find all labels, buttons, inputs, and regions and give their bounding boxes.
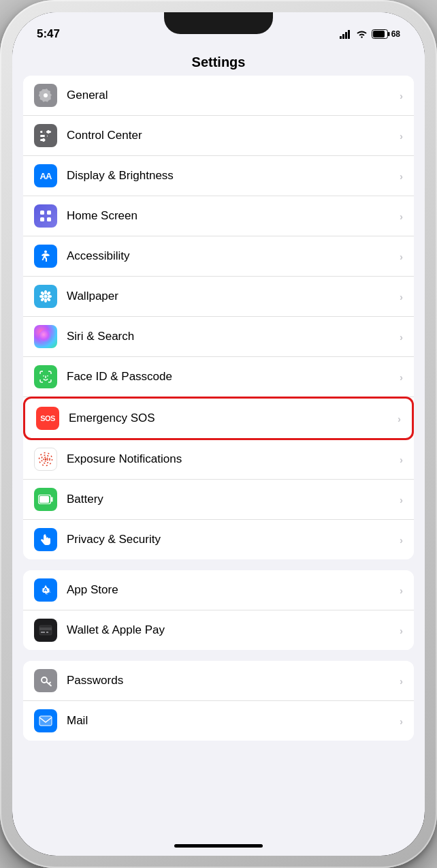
home-screen-icon [34, 204, 57, 228]
svg-rect-5 [388, 32, 390, 36]
gear-icon [39, 89, 52, 102]
svg-point-26 [46, 297, 51, 302]
svg-point-25 [40, 291, 45, 296]
svg-rect-18 [47, 217, 51, 221]
general-icon [34, 84, 57, 107]
app-store-label: App Store [67, 583, 400, 597]
settings-row-passwords[interactable]: Passwords › [23, 661, 414, 701]
key-icon [39, 674, 52, 687]
battery-status: 68 [372, 29, 400, 39]
section-apps: A App Store › [23, 570, 414, 650]
notch [164, 12, 273, 34]
settings-row-general[interactable]: General › [23, 76, 414, 116]
svg-rect-3 [348, 30, 350, 39]
settings-row-app-store[interactable]: A App Store › [23, 570, 414, 610]
svg-point-19 [44, 251, 47, 253]
exposure-notifications-icon [38, 452, 53, 467]
control-center-chevron: › [400, 130, 403, 142]
passwords-icon [34, 669, 57, 692]
settings-row-control-center[interactable]: Control Center › [23, 116, 414, 156]
settings-row-siri[interactable]: Siri & Search › [23, 317, 414, 357]
passwords-chevron: › [400, 675, 403, 687]
siri-icon [34, 325, 57, 348]
settings-row-wallpaper[interactable]: Wallpaper › [23, 277, 414, 317]
display-chevron: › [400, 170, 403, 182]
section-more-apps: Passwords › Mail › [23, 661, 414, 741]
accessibility-figure-icon [39, 249, 52, 263]
settings-row-wallet[interactable]: Wallet & Apple Pay › [23, 610, 414, 650]
svg-rect-41 [46, 632, 48, 633]
status-time: 5:47 [37, 27, 60, 41]
mail-label: Mail [67, 714, 400, 728]
wallpaper-label: Wallpaper [67, 290, 400, 303]
svg-point-13 [45, 135, 48, 138]
status-icons: 68 [340, 29, 400, 39]
svg-rect-39 [39, 627, 52, 630]
svg-point-21 [44, 290, 47, 294]
settings-row-accessibility[interactable]: Accessibility › [23, 236, 414, 277]
phone-frame: 5:47 [0, 0, 437, 868]
settings-list: General › [12, 76, 425, 839]
flower-icon [39, 290, 52, 303]
svg-point-27 [46, 291, 51, 296]
wallet-chevron: › [400, 625, 403, 636]
svg-point-28 [40, 297, 45, 302]
grid-icon [39, 209, 52, 223]
battery-chevron: › [400, 494, 403, 506]
svg-rect-35 [39, 496, 49, 503]
battery-settings-icon [38, 495, 53, 504]
svg-point-23 [39, 295, 44, 298]
privacy-icon [34, 528, 57, 551]
svg-rect-16 [47, 211, 51, 215]
settings-row-home-screen[interactable]: Home Screen › [23, 196, 414, 236]
face-scan-icon [39, 370, 52, 384]
accessibility-chevron: › [400, 251, 403, 262]
face-id-icon [34, 365, 57, 388]
page-title: Settings [26, 55, 411, 70]
svg-rect-2 [345, 32, 347, 39]
nav-bar: Settings [12, 46, 425, 76]
svg-text:A: A [44, 587, 48, 593]
svg-rect-1 [342, 34, 344, 39]
hand-icon [39, 533, 52, 546]
svg-rect-43 [39, 716, 52, 726]
app-store-icon: A [34, 578, 57, 602]
display-icon: AA [34, 164, 57, 187]
svg-rect-6 [373, 31, 385, 37]
battery-icon [34, 488, 57, 511]
signal-icon [340, 30, 352, 39]
settings-row-emergency-sos[interactable]: SOS Emergency SOS › [23, 397, 414, 440]
settings-row-display[interactable]: AA Display & Brightness › [23, 156, 414, 196]
display-label: Display & Brightness [67, 169, 400, 183]
settings-row-mail[interactable]: Mail › [23, 701, 414, 741]
siri-label: Siri & Search [67, 330, 400, 343]
exposure-icon [34, 448, 57, 471]
settings-row-face-id[interactable]: Face ID & Passcode › [23, 357, 414, 397]
screen: 5:47 [12, 12, 425, 856]
home-screen-label: Home Screen [67, 209, 400, 223]
wallpaper-chevron: › [400, 291, 403, 303]
passwords-label: Passwords [67, 674, 400, 687]
svg-rect-17 [40, 217, 44, 221]
settings-row-privacy[interactable]: Privacy & Security › [23, 520, 414, 559]
svg-point-32 [45, 459, 47, 461]
svg-point-24 [48, 295, 52, 298]
control-center-label: Control Center [67, 129, 400, 142]
face-id-chevron: › [400, 371, 403, 383]
battery-label: Battery [67, 493, 400, 506]
svg-point-20 [44, 295, 48, 298]
battery-percentage: 68 [391, 29, 400, 39]
emergency-sos-chevron: › [398, 413, 401, 424]
exposure-chevron: › [400, 454, 403, 465]
svg-point-14 [42, 139, 45, 142]
home-indicator [174, 844, 263, 848]
accessibility-label: Accessibility [67, 249, 400, 263]
settings-row-battery[interactable]: Battery › [23, 480, 414, 520]
accessibility-icon [34, 245, 57, 268]
bottom-spacer [23, 751, 414, 758]
home-screen-chevron: › [400, 211, 403, 222]
settings-row-exposure[interactable]: Exposure Notifications › [23, 439, 414, 480]
toggles-icon [39, 129, 52, 142]
mail-icon [34, 709, 57, 732]
wallpaper-icon [34, 285, 57, 308]
